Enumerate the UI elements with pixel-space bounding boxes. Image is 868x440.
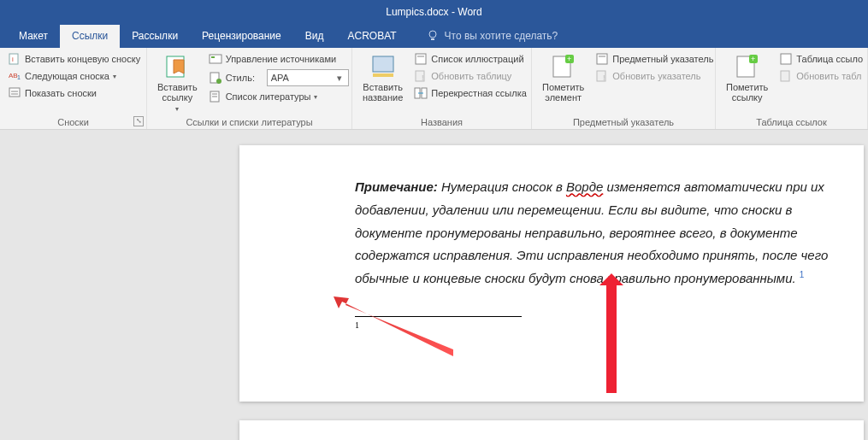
svg-text:1: 1 [17, 74, 21, 80]
svg-text:+: + [751, 55, 755, 63]
next-footnote-button[interactable]: AB1 Следующая сноска ▾ [5, 68, 143, 84]
group-label: Предметный указатель [532, 117, 715, 127]
update-icon: ! [414, 69, 428, 83]
svg-rect-27 [597, 54, 607, 64]
update-icon [779, 69, 793, 83]
manage-sources-icon [209, 52, 222, 66]
update-toa-button: Обновить табл [776, 68, 865, 84]
bulb-icon [426, 29, 440, 43]
tof-icon [414, 52, 428, 66]
ribbon: i Вставить концевую сноску AB1 Следующая… [0, 48, 868, 130]
index-icon [595, 52, 609, 66]
mark-entry-button[interactable]: + Пометить элемент [537, 51, 589, 127]
tab-references[interactable]: Ссылки [60, 25, 120, 48]
note-heading: Примечание: [355, 179, 438, 194]
group-label: Названия [352, 117, 531, 127]
bibliography-icon [209, 90, 222, 103]
svg-rect-1 [9, 54, 18, 64]
svg-rect-16 [373, 56, 393, 72]
chevron-down-icon: ▾ [175, 104, 179, 114]
bibliography-button[interactable]: Список литературы ▾ [206, 89, 351, 104]
tab-layout[interactable]: Макет [7, 25, 60, 48]
svg-text:!: ! [603, 73, 605, 82]
group-footnotes: i Вставить концевую сноску AB1 Следующая… [0, 48, 147, 129]
cross-reference-button[interactable]: Перекрестная ссылка [411, 85, 529, 101]
footnote-mark[interactable]: 1 [355, 320, 864, 330]
group-index: + Пометить элемент Предметный указатель … [532, 48, 716, 129]
caption-icon [369, 53, 397, 80]
page-next[interactable] [239, 420, 864, 440]
svg-rect-18 [416, 54, 426, 64]
mark-entry-icon: + [550, 53, 577, 80]
next-footnote-icon: AB1 [8, 69, 21, 83]
svg-point-12 [216, 79, 221, 84]
group-label: Сноски [0, 117, 146, 127]
tab-view[interactable]: Вид [293, 25, 336, 48]
insert-toa-button[interactable]: Таблица ссыло [776, 51, 865, 67]
toa-icon [779, 52, 793, 66]
title-bar: Lumpics.docx - Word [0, 0, 868, 24]
insert-index-button[interactable]: Предметный указатель [593, 51, 716, 67]
chevron-down-icon: ▾ [334, 73, 345, 84]
svg-text:i: i [12, 56, 14, 63]
group-label: Таблица ссылок [716, 117, 867, 127]
group-captions: Вставить название Список иллюстраций ! О… [352, 48, 532, 129]
style-selector[interactable]: Стиль: APA ▾ [206, 68, 351, 87]
group-citations: Вставить ссылку ▾ Управление источниками… [147, 48, 352, 129]
svg-text:!: ! [422, 73, 424, 82]
svg-rect-5 [9, 88, 20, 97]
manage-sources-button[interactable]: Управление источниками [206, 51, 351, 67]
table-of-figures-button[interactable]: Список иллюстраций [411, 51, 529, 67]
tab-mailings[interactable]: Рассылки [120, 25, 190, 48]
group-toa: + Пометить ссылку Таблица ссыло Обновить… [716, 48, 868, 129]
chevron-down-icon: ▾ [113, 73, 116, 80]
spellcheck-underline[interactable]: Ворде [566, 179, 603, 194]
svg-rect-10 [211, 56, 215, 58]
svg-text:+: + [567, 55, 571, 63]
dialog-launcher[interactable]: ⤡ [133, 116, 144, 126]
group-label: Ссылки и списки литературы [147, 117, 351, 127]
svg-rect-35 [781, 71, 789, 81]
svg-rect-9 [210, 55, 221, 63]
update-table-button: ! Обновить таблицу [411, 68, 529, 84]
svg-rect-17 [373, 73, 393, 77]
svg-point-0 [429, 31, 436, 38]
endnote-icon: i [8, 52, 21, 66]
show-notes-button[interactable]: Показать сноски [5, 85, 143, 101]
footnote-separator [355, 316, 522, 317]
mark-citation-icon: + [734, 53, 761, 80]
tab-acrobat[interactable]: ACROBAT [335, 25, 408, 48]
footnote-reference[interactable]: 1 [800, 270, 805, 279]
page[interactable]: Примечание: Нумерация сносок в Ворде изм… [239, 145, 864, 402]
style-icon [209, 71, 222, 85]
tab-review[interactable]: Рецензирование [190, 25, 293, 48]
style-combo[interactable]: APA ▾ [267, 69, 349, 86]
update-icon: ! [595, 69, 609, 83]
window-title: Lumpics.docx - Word [386, 6, 481, 18]
ribbon-tabs: Макет Ссылки Рассылки Рецензирование Вид… [0, 24, 868, 48]
chevron-down-icon: ▾ [314, 93, 317, 101]
mark-citation-button[interactable]: + Пометить ссылку [721, 51, 773, 127]
crossref-icon [414, 86, 428, 100]
tell-me[interactable]: Что вы хотите сделать? [417, 24, 567, 48]
citation-icon [163, 53, 191, 80]
show-notes-icon [8, 86, 21, 100]
insert-citation-button[interactable]: Вставить ссылку ▾ [152, 51, 203, 127]
document-body[interactable]: Примечание: Нумерация сносок в Ворде изм… [239, 145, 864, 290]
document-workspace: Примечание: Нумерация сносок в Ворде изм… [0, 130, 868, 440]
svg-rect-34 [781, 54, 791, 64]
insert-caption-button[interactable]: Вставить название [357, 51, 408, 127]
insert-endnote-button[interactable]: i Вставить концевую сноску [5, 51, 143, 67]
update-index-button: ! Обновить указатель [593, 68, 716, 84]
